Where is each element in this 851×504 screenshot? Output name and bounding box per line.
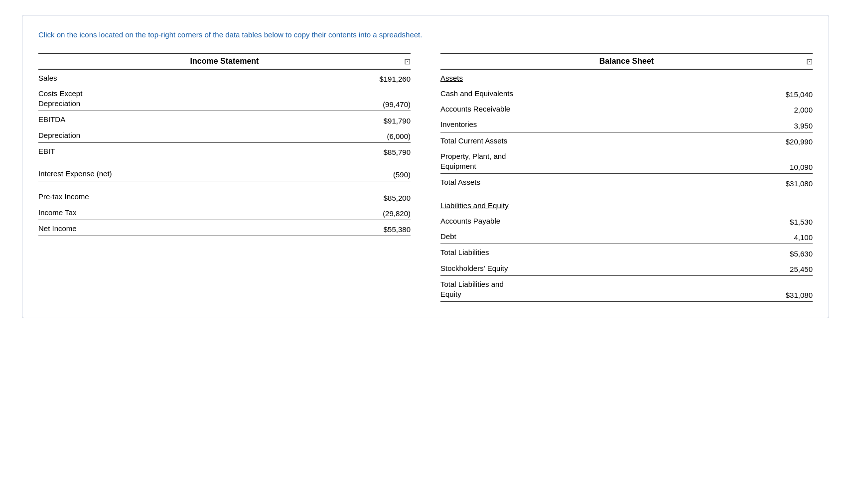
row-value: (99,470) [366, 100, 411, 109]
outer-card: Click on the icons located on the top-ri… [22, 15, 829, 318]
row-label: Liabilities and Equity [440, 201, 768, 211]
instruction-text: Click on the icons located on the top-ri… [38, 29, 813, 41]
table-row: Total Current Assets$20,990 [440, 132, 813, 148]
row-label: Net Income [38, 224, 366, 234]
balance-sheet-rows: AssetsCash and Equivalents$15,040Account… [440, 70, 813, 302]
table-row: Total Liabilities andEquity$31,080 [440, 276, 813, 302]
income-statement-rows: Sales$191,260Costs ExceptDepreciation(99… [38, 70, 411, 237]
row-value: 10,090 [768, 163, 813, 171]
table-row: Accounts Payable$1,530 [440, 213, 813, 228]
row-label: EBIT [38, 146, 366, 156]
table-row: Total Assets$31,080 [440, 174, 813, 190]
row-label: Cash and Equivalents [440, 89, 768, 99]
income-statement-copy-icon[interactable]: ⊡ [404, 56, 411, 66]
table-row: Liabilities and Equity [440, 197, 813, 213]
table-row: Accounts Receivable2,000 [440, 101, 813, 116]
row-label: Total Current Assets [440, 136, 768, 146]
row-value: $31,080 [768, 291, 813, 299]
row-label: Total Assets [440, 177, 768, 187]
row-value: $191,260 [366, 75, 411, 83]
table-row: Debt4,100 [440, 228, 813, 244]
row-label: Sales [38, 73, 366, 83]
income-statement-section: Income Statement ⊡ Sales$191,260Costs Ex… [38, 53, 411, 237]
row-label: Total Liabilities andEquity [440, 279, 768, 300]
table-row: Interest Expense (net)(590) [38, 165, 411, 181]
table-row: Depreciation(6,000) [38, 127, 411, 143]
row-value: $55,380 [366, 225, 411, 234]
table-row: EBITDA$91,790 [38, 111, 411, 126]
table-row: Total Liabilities$5,630 [440, 244, 813, 259]
row-value: $31,080 [768, 179, 813, 188]
row-label: Inventories [440, 120, 768, 129]
table-row: Stockholders' Equity25,450 [440, 260, 813, 276]
row-value: 2,000 [768, 106, 813, 114]
table-row: Property, Plant, andEquipment10,090 [440, 148, 813, 174]
row-label: Assets [440, 73, 768, 83]
row-value: $91,790 [366, 117, 411, 125]
table-row: Net Income$55,380 [38, 220, 411, 236]
row-label: EBITDA [38, 115, 366, 125]
row-value: 25,450 [768, 265, 813, 273]
row-value: (590) [366, 170, 411, 179]
row-label: Depreciation [38, 130, 366, 140]
income-statement-title: Income Statement [38, 57, 411, 66]
balance-sheet-header: Balance Sheet ⊡ [440, 53, 813, 70]
row-label: Property, Plant, andEquipment [440, 151, 768, 172]
row-label: Pre-tax Income [38, 192, 366, 202]
table-row: Pre-tax Income$85,200 [38, 188, 411, 204]
balance-sheet-copy-icon[interactable]: ⊡ [806, 56, 813, 66]
row-value: 4,100 [768, 233, 813, 242]
row-label: Income Tax [38, 208, 366, 218]
balance-sheet-section: Balance Sheet ⊡ AssetsCash and Equivalen… [440, 53, 813, 302]
row-label: Costs ExceptDepreciation [38, 89, 366, 109]
row-label: Accounts Receivable [440, 104, 768, 114]
row-label: Total Liabilities [440, 248, 768, 257]
row-value: (29,820) [366, 209, 411, 218]
table-row: EBIT$85,790 [38, 143, 411, 158]
tables-row: Income Statement ⊡ Sales$191,260Costs Ex… [38, 53, 813, 302]
balance-sheet-title: Balance Sheet [440, 57, 813, 66]
row-value: $85,790 [366, 148, 411, 156]
table-row: Income Tax(29,820) [38, 204, 411, 220]
table-row: Sales$191,260 [38, 70, 411, 85]
row-value: $15,040 [768, 90, 813, 99]
income-statement-header: Income Statement ⊡ [38, 53, 411, 70]
row-label: Debt [440, 232, 768, 242]
row-label: Stockholders' Equity [440, 263, 768, 273]
table-row: Inventories3,950 [440, 116, 813, 132]
table-row: Costs ExceptDepreciation(99,470) [38, 85, 411, 112]
row-value: 3,950 [768, 122, 813, 130]
row-value: $5,630 [768, 250, 813, 258]
row-value: (6,000) [366, 132, 411, 140]
table-row: Assets [440, 70, 813, 85]
row-label: Interest Expense (net) [38, 169, 366, 179]
row-value: $1,530 [768, 218, 813, 226]
row-label: Accounts Payable [440, 216, 768, 226]
row-value: $20,990 [768, 137, 813, 146]
row-spacer [38, 158, 411, 165]
row-value: $85,200 [366, 194, 411, 202]
row-spacer [38, 181, 411, 188]
table-row: Cash and Equivalents$15,040 [440, 85, 813, 101]
row-spacer [440, 190, 813, 197]
